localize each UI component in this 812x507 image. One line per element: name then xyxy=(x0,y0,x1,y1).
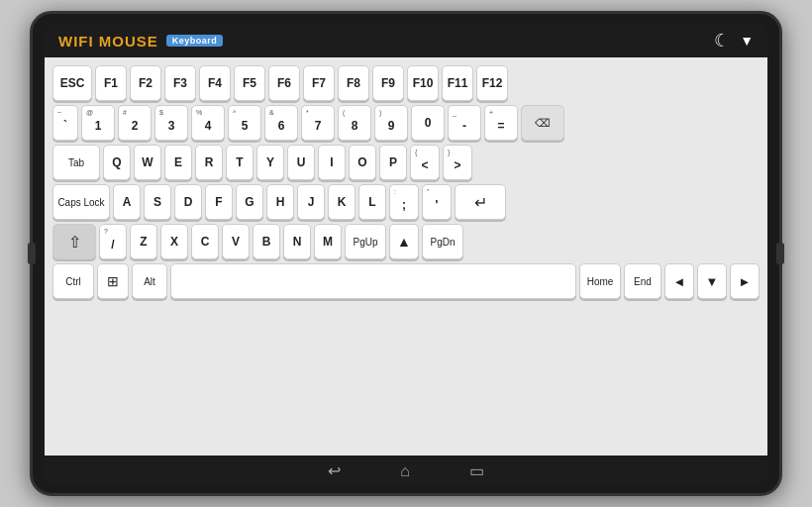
dropdown-icon[interactable]: ▼ xyxy=(740,33,754,49)
key-a[interactable]: A xyxy=(113,184,141,220)
key-p[interactable]: P xyxy=(379,145,407,180)
key-slash[interactable]: ? / xyxy=(99,224,127,259)
key-right[interactable]: ► xyxy=(730,263,760,299)
key-esc[interactable]: ESC xyxy=(52,65,92,101)
moon-icon[interactable]: ☾ xyxy=(714,30,730,51)
key-6[interactable]: & 6 xyxy=(264,105,298,141)
key-7[interactable]: * 7 xyxy=(301,105,335,141)
key-c[interactable]: C xyxy=(191,224,219,259)
right-side-button[interactable] xyxy=(776,243,784,264)
key-home[interactable]: Home xyxy=(579,263,621,299)
key-e[interactable]: E xyxy=(164,145,192,180)
nav-recent-button[interactable]: ▭ xyxy=(469,461,484,480)
zxcv-row: ⇧ ? / Z X C V B N M PgUp ▲ PgDn xyxy=(52,224,760,259)
number-row: ~ ` @ 1 # 2 $ 3 % 4 xyxy=(52,105,760,141)
key-up[interactable]: ▲ xyxy=(389,224,419,259)
bottom-row: Ctrl ⊞ Alt Home End ◄ ▼ ► xyxy=(52,263,760,299)
key-f10[interactable]: F10 xyxy=(407,65,439,101)
qwerty-row: Tab Q W E R T Y U I O P { < } > xyxy=(52,145,760,180)
key-f5[interactable]: F5 xyxy=(234,65,265,101)
key-down[interactable]: ▼ xyxy=(697,263,727,299)
tablet-screen: WIFI MOUSE Keyboard ☾ ▼ ESC F1 F2 F3 F4 … xyxy=(45,24,767,485)
key-b[interactable]: B xyxy=(253,224,280,259)
nav-home-button[interactable]: ⌂ xyxy=(400,462,410,480)
key-pgup[interactable]: PgUp xyxy=(345,224,386,259)
key-g[interactable]: G xyxy=(236,184,263,220)
key-f[interactable]: F xyxy=(205,184,233,220)
key-n[interactable]: N xyxy=(283,224,311,259)
nav-back-button[interactable]: ↩ xyxy=(328,461,341,480)
key-gt[interactable]: } > xyxy=(443,145,472,180)
key-3[interactable]: $ 3 xyxy=(154,105,188,141)
key-v[interactable]: V xyxy=(222,224,250,259)
key-q[interactable]: Q xyxy=(103,145,131,180)
key-5[interactable]: ^ 5 xyxy=(228,105,261,141)
key-lt[interactable]: { < xyxy=(410,145,440,180)
key-f6[interactable]: F6 xyxy=(268,65,300,101)
key-f2[interactable]: F2 xyxy=(130,65,161,101)
key-2[interactable]: # 2 xyxy=(118,105,152,141)
key-pgdn[interactable]: PgDn xyxy=(422,224,463,259)
keyboard-area: ESC F1 F2 F3 F4 F5 F6 F7 F8 F9 F10 F11 F… xyxy=(45,57,767,456)
key-equals[interactable]: + = xyxy=(484,105,518,141)
key-z[interactable]: Z xyxy=(130,224,157,259)
header-left: WIFI MOUSE Keyboard xyxy=(58,33,223,50)
key-capslock[interactable]: Caps Lock xyxy=(52,184,110,220)
function-key-row: ESC F1 F2 F3 F4 F5 F6 F7 F8 F9 F10 F11 F… xyxy=(52,65,760,101)
key-win[interactable]: ⊞ xyxy=(97,263,129,299)
nav-bar: ↩ ⌂ ▭ xyxy=(45,456,767,485)
key-d[interactable]: D xyxy=(174,184,202,220)
key-8[interactable]: ( 8 xyxy=(338,105,371,141)
key-f4[interactable]: F4 xyxy=(199,65,231,101)
key-end[interactable]: End xyxy=(624,263,661,299)
key-ctrl[interactable]: Ctrl xyxy=(52,263,94,299)
key-f7[interactable]: F7 xyxy=(303,65,335,101)
key-4[interactable]: % 4 xyxy=(191,105,225,141)
key-alt[interactable]: Alt xyxy=(132,263,167,299)
app-header: WIFI MOUSE Keyboard ☾ ▼ xyxy=(45,24,767,57)
key-9[interactable]: ) 9 xyxy=(374,105,408,141)
key-shift[interactable]: ⇧ xyxy=(52,224,96,259)
asdf-row: Caps Lock A S D F G H J K L : ; " ' ↵ xyxy=(52,184,760,220)
key-f9[interactable]: F9 xyxy=(372,65,404,101)
key-backtick[interactable]: ~ ` xyxy=(52,105,78,141)
key-s[interactable]: S xyxy=(144,184,171,220)
key-1[interactable]: @ 1 xyxy=(81,105,115,141)
key-l[interactable]: L xyxy=(358,184,386,220)
key-t[interactable]: T xyxy=(226,145,254,180)
app-title: WIFI MOUSE xyxy=(58,33,158,50)
header-right: ☾ ▼ xyxy=(714,30,754,51)
key-left[interactable]: ◄ xyxy=(664,263,694,299)
key-f1[interactable]: F1 xyxy=(95,65,127,101)
key-f8[interactable]: F8 xyxy=(338,65,369,101)
key-f12[interactable]: F12 xyxy=(476,65,508,101)
key-enter[interactable]: ↵ xyxy=(455,184,506,220)
key-tab[interactable]: Tab xyxy=(52,145,100,180)
key-0[interactable]: 0 xyxy=(411,105,445,141)
key-minus[interactable]: _ - xyxy=(448,105,481,141)
key-k[interactable]: K xyxy=(328,184,355,220)
keyboard-badge: Keyboard xyxy=(166,35,224,47)
key-m[interactable]: M xyxy=(314,224,342,259)
key-semicolon[interactable]: : ; xyxy=(389,184,419,220)
key-h[interactable]: H xyxy=(266,184,294,220)
key-w[interactable]: W xyxy=(134,145,161,180)
key-y[interactable]: Y xyxy=(256,145,284,180)
key-j[interactable]: J xyxy=(297,184,325,220)
tablet: WIFI MOUSE Keyboard ☾ ▼ ESC F1 F2 F3 F4 … xyxy=(30,11,782,496)
key-r[interactable]: R xyxy=(195,145,223,180)
left-side-button[interactable] xyxy=(28,243,36,264)
key-i[interactable]: I xyxy=(318,145,346,180)
key-space[interactable] xyxy=(170,263,576,299)
key-f11[interactable]: F11 xyxy=(442,65,473,101)
key-quote[interactable]: " ' xyxy=(422,184,452,220)
key-o[interactable]: O xyxy=(349,145,376,180)
key-backspace[interactable]: ⌫ xyxy=(521,105,564,141)
key-x[interactable]: X xyxy=(160,224,188,259)
key-f3[interactable]: F3 xyxy=(164,65,196,101)
key-u[interactable]: U xyxy=(287,145,315,180)
